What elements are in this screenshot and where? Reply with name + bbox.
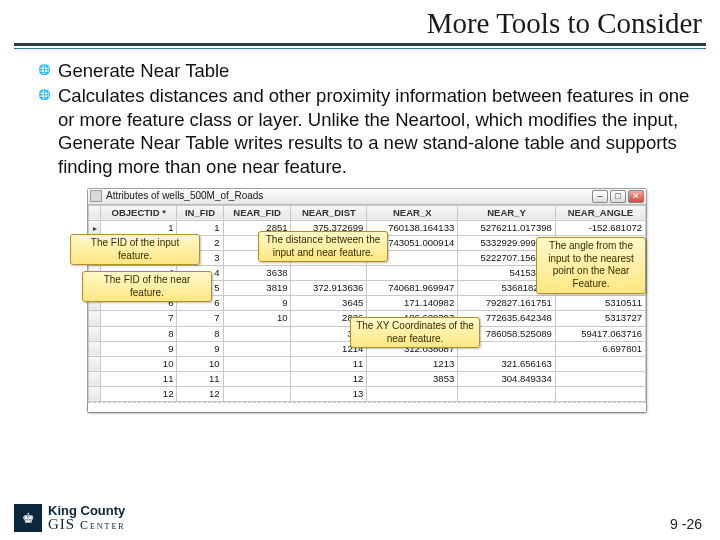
logo: ♚ King County GIS Center [14,504,126,532]
torn-edge-decoration [88,402,646,412]
window-titlebar: Attributes of wells_500M_of_Roads – □ ✕ [88,189,646,205]
logo-brand: GIS Center [48,517,126,532]
bullet-text: Generate Near Table [58,59,696,82]
title-rule-thick [14,43,706,46]
bullet-item: 🌐 Calculates distances and other proximi… [38,84,696,178]
callout-near-xy: The XY Coordinates of the near feature. [350,317,480,348]
table-row: 1010111213321.656163 [89,356,646,371]
attributes-table-figure: Attributes of wells_500M_of_Roads – □ ✕ … [87,188,647,413]
table-header-row: OBJECTID * IN_FID NEAR_FID NEAR_DIST NEA… [89,205,646,220]
slide-title: More Tools to Consider [0,0,720,43]
bullet-text: Calculates distances and other proximity… [58,84,696,178]
table-row: 121213 [89,386,646,401]
logo-mark-icon: ♚ [14,504,42,532]
callout-near-angle: The angle from the input to the nearest … [536,237,646,294]
content-area: 🌐 Generate Near Table 🌐 Calculates dista… [0,49,720,413]
table-row: 1111123853304.849334 [89,371,646,386]
table-icon [90,190,102,202]
page-number: 9 -26 [670,516,702,532]
callout-near-fid: The FID of the near feature. [82,271,212,302]
footer: ♚ King County GIS Center 9 -26 [0,498,720,540]
callout-in-fid: The FID of the input feature. [70,234,200,265]
maximize-icon[interactable]: □ [610,190,626,203]
globe-bullet-icon: 🌐 [38,59,58,82]
minimize-icon[interactable]: – [592,190,608,203]
close-icon[interactable]: ✕ [628,190,644,203]
window-buttons: – □ ✕ [592,190,644,203]
window-title: Attributes of wells_500M_of_Roads [106,190,263,203]
callout-near-dist: The distance between the input and near … [258,231,388,262]
globe-bullet-icon: 🌐 [38,84,58,178]
bullet-item: 🌐 Generate Near Table [38,59,696,82]
